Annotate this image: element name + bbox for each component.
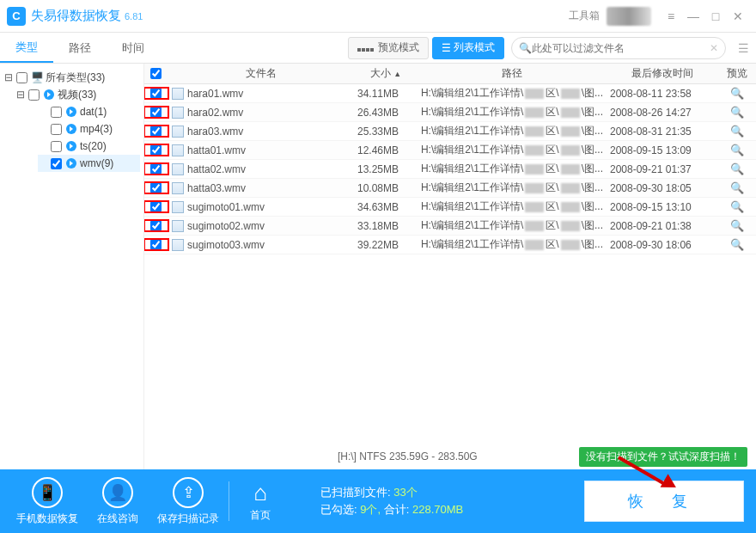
filter-icon[interactable]: ☰ xyxy=(738,41,749,55)
col-path[interactable]: 路径 xyxy=(418,66,607,81)
tab-path[interactable]: 路径 xyxy=(53,33,107,63)
file-icon xyxy=(172,126,184,138)
maximize-button[interactable]: □ xyxy=(704,5,727,28)
divider xyxy=(229,481,229,521)
tree-root[interactable]: ⊟ 🖥️ 所有类型(33) xyxy=(3,69,140,86)
row-check[interactable] xyxy=(150,88,162,99)
tab-time[interactable]: 时间 xyxy=(107,33,160,63)
col-name[interactable]: 文件名 xyxy=(168,66,354,81)
table-row[interactable]: hara02.wmv26.43MBH:\编辑组2\1工作详情\区\\图...20… xyxy=(144,103,756,122)
minimize-button[interactable]: — xyxy=(682,5,704,28)
file-name: hatta01.wmv xyxy=(187,144,246,156)
table-row[interactable]: hara03.wmv25.33MBH:\编辑组2\1工作详情\区\\图...20… xyxy=(144,122,756,141)
online-consult-button[interactable]: 👤 在线咨询 xyxy=(82,477,153,526)
file-date: 2008-08-31 21:35 xyxy=(607,126,718,138)
file-path: H:\编辑组2\1工作详情\区\\图... xyxy=(418,143,607,157)
table-row[interactable]: hatta01.wmv12.46MBH:\编辑组2\1工作详情\区\\图...2… xyxy=(144,141,756,160)
file-size: 34.63MB xyxy=(354,201,418,213)
preview-button[interactable]: 🔍 xyxy=(718,106,756,119)
menu-button[interactable]: ≡ xyxy=(660,5,682,28)
file-path: H:\编辑组2\1工作详情\区\\图... xyxy=(418,199,607,214)
toolbar: 类型 路径 时间 预览模式 ☰ 列表模式 🔍 ✕ ☰ xyxy=(0,33,756,64)
table-row[interactable]: sugimoto02.wmv33.18MBH:\编辑组2\1工作详情\区\\图.… xyxy=(144,217,756,236)
magnifier-icon: 🔍 xyxy=(730,87,744,100)
preview-button[interactable]: 🔍 xyxy=(718,87,756,100)
toolbox-link[interactable]: 工具箱 xyxy=(569,9,600,23)
preview-mode-button[interactable]: 预览模式 xyxy=(348,37,428,59)
row-check[interactable] xyxy=(150,163,162,175)
preview-button[interactable]: 🔍 xyxy=(718,144,756,156)
table-row[interactable]: hatta03.wmv10.08MBH:\编辑组2\1工作详情\区\\图...2… xyxy=(144,179,756,198)
row-check[interactable] xyxy=(150,182,162,193)
preview-button[interactable]: 🔍 xyxy=(718,162,756,175)
recover-button[interactable]: 恢 复 xyxy=(584,481,744,522)
file-path: H:\编辑组2\1工作详情\区\\图... xyxy=(418,105,607,119)
tree-video-label: 视频(33) xyxy=(58,88,96,102)
col-date[interactable]: 最后修改时间 xyxy=(607,66,718,81)
tree-video[interactable]: ⊟ 视频(33) xyxy=(15,86,140,103)
tree-child-check[interactable] xyxy=(51,107,62,118)
row-check[interactable] xyxy=(150,126,162,137)
user-avatar[interactable] xyxy=(607,7,651,26)
export-icon: ⇪ xyxy=(173,477,204,508)
file-icon xyxy=(172,144,184,156)
preview-button[interactable]: 🔍 xyxy=(718,200,756,213)
file-date: 2008-09-15 13:09 xyxy=(607,144,718,156)
select-all-check[interactable] xyxy=(150,68,162,79)
collapse-icon[interactable]: ⊟ xyxy=(3,71,14,83)
table-row[interactable]: sugimoto03.wmv39.22MBH:\编辑组2\1工作详情\区\\图.… xyxy=(144,236,756,254)
file-icon xyxy=(172,239,184,251)
home-button[interactable]: ⌂ 首页 xyxy=(235,480,286,523)
preview-button[interactable]: 🔍 xyxy=(718,238,756,251)
file-name: hatta02.wmv xyxy=(187,163,246,175)
preview-button[interactable]: 🔍 xyxy=(718,125,756,138)
video-icon xyxy=(64,139,78,153)
close-button[interactable]: ✕ xyxy=(727,5,749,28)
tree-child-1[interactable]: mp4(3) xyxy=(38,120,140,138)
file-size: 10.08MB xyxy=(354,182,418,194)
video-folder-icon xyxy=(42,88,56,101)
preview-button[interactable]: 🔍 xyxy=(718,181,756,194)
tree-child-check[interactable] xyxy=(51,141,62,152)
row-check[interactable] xyxy=(150,220,162,231)
row-check[interactable] xyxy=(150,201,162,212)
tree-child-check[interactable] xyxy=(51,124,62,135)
tree-root-check[interactable] xyxy=(16,72,27,83)
table-row[interactable]: hatta02.wmv13.25MBH:\编辑组2\1工作详情\区\\图...2… xyxy=(144,160,756,179)
search-box[interactable]: 🔍 ✕ xyxy=(511,37,726,59)
file-name: sugimoto02.wmv xyxy=(187,220,265,232)
search-icon: 🔍 xyxy=(519,42,532,54)
tab-type[interactable]: 类型 xyxy=(0,33,53,63)
disk-info: [H:\] NTFS 235.59G - 283.50G xyxy=(338,450,478,463)
phone-recovery-button[interactable]: 📱 手机数据恢复 xyxy=(12,477,82,526)
sort-icon: ▲ xyxy=(393,70,401,78)
magnifier-icon: 🔍 xyxy=(730,181,744,194)
list-mode-button[interactable]: ☰ 列表模式 xyxy=(432,37,504,59)
tree-child-label: mp4(3) xyxy=(80,123,113,135)
tree-child-label: ts(20) xyxy=(80,140,107,152)
clear-search-icon[interactable]: ✕ xyxy=(710,42,718,54)
deep-scan-button[interactable]: 没有扫描到文件？试试深度扫描！ xyxy=(579,447,747,467)
collapse-icon[interactable]: ⊟ xyxy=(15,89,26,101)
col-size[interactable]: 大小 ▲ xyxy=(354,66,418,81)
file-rows: hara01.wmv34.11MBH:\编辑组2\1工作详情\区\\图...20… xyxy=(144,84,756,444)
tree-child-3[interactable]: wmv(9) xyxy=(38,155,140,172)
list-mode-label: 列表模式 xyxy=(454,40,495,55)
row-check[interactable] xyxy=(150,107,162,118)
search-input[interactable] xyxy=(532,42,710,54)
preview-button[interactable]: 🔍 xyxy=(718,219,756,232)
tree-child-0[interactable]: dat(1) xyxy=(38,103,140,120)
table-row[interactable]: sugimoto01.wmv34.63MBH:\编辑组2\1工作详情\区\\图.… xyxy=(144,198,756,217)
table-row[interactable]: hara01.wmv34.11MBH:\编辑组2\1工作详情\区\\图...20… xyxy=(144,84,756,103)
tree-video-check[interactable] xyxy=(28,89,40,101)
save-scan-button[interactable]: ⇪ 保存扫描记录 xyxy=(153,477,223,526)
row-check[interactable] xyxy=(150,144,162,156)
magnifier-icon: 🔍 xyxy=(730,238,744,251)
tree-child-2[interactable]: ts(20) xyxy=(38,138,140,155)
row-check[interactable] xyxy=(150,239,162,250)
tree-child-check[interactable] xyxy=(51,158,62,169)
main-area: ⊟ 🖥️ 所有类型(33) ⊟ 视频(33) dat(1)mp4(3)ts(20… xyxy=(0,64,756,469)
file-date: 2008-09-21 01:38 xyxy=(607,220,718,232)
file-size: 33.18MB xyxy=(354,220,418,232)
file-icon xyxy=(172,107,184,119)
